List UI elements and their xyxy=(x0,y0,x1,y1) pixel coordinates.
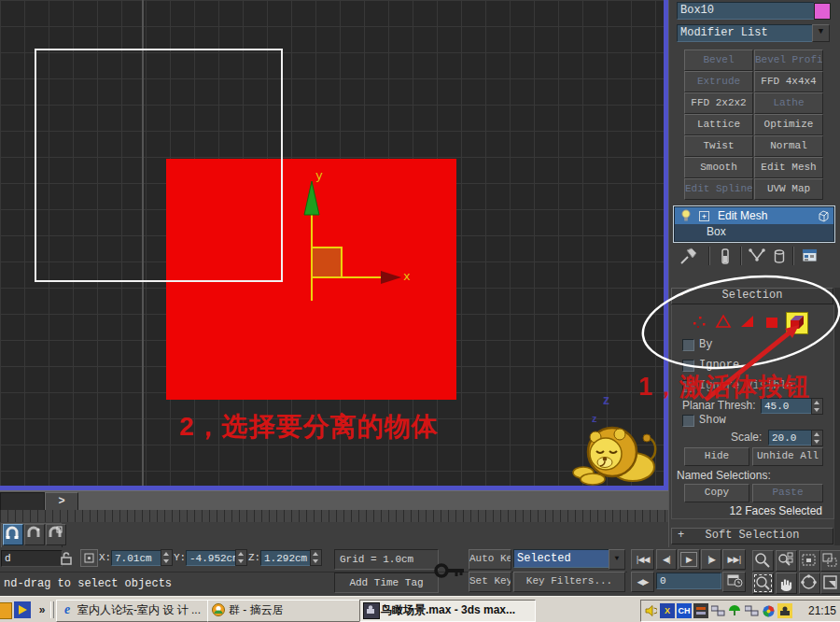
arc-rotate-icon[interactable] xyxy=(799,573,820,594)
modifier-button-lathe[interactable]: Lathe xyxy=(754,92,823,114)
key-filter-dropdown[interactable]: Selected xyxy=(513,549,612,568)
angle-snap-toggle-icon[interactable] xyxy=(24,524,45,545)
open-mini-track-button[interactable]: > xyxy=(45,492,78,512)
maxscript-mini-listener[interactable]: d xyxy=(1,550,63,567)
zoom-icon[interactable] xyxy=(752,550,774,572)
scale-field[interactable]: 20.0 xyxy=(768,430,815,445)
soft-selection-rollout-header[interactable]: + Soft Selection xyxy=(671,528,833,544)
key-filter-arrow-icon[interactable]: ▼ xyxy=(609,549,625,570)
next-frame-button[interactable]: |▶ xyxy=(701,549,721,570)
x-coord-field[interactable]: 7.01cm xyxy=(111,550,163,566)
quicklaunch-icon-1[interactable] xyxy=(0,602,12,619)
percent-snap-toggle-icon[interactable] xyxy=(46,524,66,545)
volume-icon[interactable] xyxy=(643,603,658,618)
modifier-button-edit-spline[interactable]: Edit Spline xyxy=(684,178,753,200)
snap-toggle-row xyxy=(0,522,668,547)
modifier-button-edit-mesh[interactable]: Edit Mesh xyxy=(754,157,823,178)
show-normals-label: Show xyxy=(699,415,726,427)
panel-scrollbar[interactable] xyxy=(834,288,840,545)
face-subobject-icon[interactable] xyxy=(737,312,758,332)
quicklaunch-overflow-chevron[interactable]: » xyxy=(35,601,49,619)
go-to-start-button[interactable]: |◀◀ xyxy=(631,549,654,570)
key-filters-button[interactable]: Key Filters... xyxy=(513,572,625,592)
taskbar-window-qq-group[interactable]: 群 - 摘云居 xyxy=(207,600,379,622)
planar-thresh-spinner[interactable] xyxy=(811,398,823,415)
modifier-button-ffd-2x2x2[interactable]: FFD 2x2x2 xyxy=(684,92,753,114)
by-vertex-checkbox[interactable] xyxy=(682,339,694,351)
pin-stack-icon[interactable] xyxy=(679,247,699,269)
keyboard-shortcut-key-icon[interactable] xyxy=(433,549,467,592)
show-normals-checkbox[interactable] xyxy=(682,415,694,427)
network-icon-1[interactable] xyxy=(710,603,725,618)
z-coord-spinner[interactable] xyxy=(310,549,322,566)
go-to-end-button[interactable]: ▶▶| xyxy=(722,549,746,570)
modifier-button-optimize[interactable]: Optimize xyxy=(754,114,823,135)
auto-key-button[interactable]: Auto Key xyxy=(469,549,511,570)
object-name-field[interactable]: Box10 xyxy=(677,2,815,20)
modifier-button-twist[interactable]: Twist xyxy=(684,135,753,157)
remove-modifier-icon[interactable] xyxy=(772,247,787,269)
media-tray-icon[interactable] xyxy=(761,603,776,618)
edge-subobject-icon[interactable] xyxy=(713,312,734,332)
set-key-button[interactable]: Set Key xyxy=(469,572,511,592)
viewport-top[interactable]: y x 2，选择要分离的物体 z z xyxy=(0,0,665,489)
download-manager-icon[interactable] xyxy=(777,603,792,618)
modifier-button-bevel-profile[interactable]: Bevel Profile xyxy=(754,49,823,71)
modifier-button-normal[interactable]: Normal xyxy=(754,135,823,157)
time-configuration-icon[interactable] xyxy=(722,572,746,592)
modifier-button-lattice[interactable]: Lattice xyxy=(684,114,753,135)
configure-modifier-sets-icon[interactable] xyxy=(802,247,819,267)
copy-button[interactable]: Copy xyxy=(684,484,749,502)
modifier-button-ffd-4x4x4[interactable]: FFD 4x4x4 xyxy=(754,71,823,92)
vertex-subobject-icon[interactable] xyxy=(689,312,709,332)
track-bar[interactable] xyxy=(0,510,668,523)
stack-row-box[interactable]: Box xyxy=(675,224,833,240)
modifier-list-arrow-icon[interactable]: ▼ xyxy=(812,24,830,42)
paste-button[interactable]: Paste xyxy=(752,484,823,502)
z-coord-field[interactable]: 1.292cm xyxy=(260,550,313,566)
taskbar-window-forum[interactable]: e 室内人论坛-室内 设 计 ... xyxy=(56,600,230,622)
input-method-indicator[interactable]: CH xyxy=(677,603,692,618)
min-max-toggle-icon[interactable] xyxy=(820,573,840,594)
modifier-button-uvw-map[interactable]: UVW Map xyxy=(754,178,823,200)
network-icon-2[interactable] xyxy=(744,603,759,618)
unhide-all-button[interactable]: Unhide All xyxy=(752,447,823,466)
display-utility-icon[interactable] xyxy=(693,603,708,618)
taskbar-clock: 21:15 xyxy=(808,603,836,618)
current-frame-field[interactable]: 0 xyxy=(656,573,721,589)
pan-hand-icon[interactable] xyxy=(776,573,797,594)
zoom-extents-icon[interactable] xyxy=(799,550,820,572)
element-subobject-icon[interactable] xyxy=(786,312,808,334)
previous-frame-button[interactable]: ◀| xyxy=(656,549,677,570)
y-coord-field[interactable]: -4.952cm xyxy=(186,550,238,566)
taskbar-window-3dsmax[interactable]: 鸟瞰场景.max - 3ds max... xyxy=(359,600,536,622)
key-mode-toggle[interactable]: ◀▶ xyxy=(631,572,654,592)
zoom-all-icon[interactable] xyxy=(776,550,797,572)
modifier-button-extrude[interactable]: Extrude xyxy=(684,71,753,92)
modifier-button-bevel[interactable]: Bevel xyxy=(684,49,753,71)
modifier-list-dropdown[interactable]: Modifier List xyxy=(677,24,817,42)
absolute-offset-mode-icon[interactable] xyxy=(80,549,98,567)
stack-row-edit-mesh[interactable]: + Edit Mesh xyxy=(675,207,833,224)
selection-rollout-header[interactable]: - Selection xyxy=(671,288,833,304)
snap-toggle-3d-icon[interactable] xyxy=(3,524,23,545)
object-color-swatch[interactable] xyxy=(814,3,831,20)
add-time-tag[interactable]: Add Time Tag xyxy=(334,573,439,593)
play-button[interactable]: ▶ xyxy=(678,549,700,570)
xear3d-icon[interactable]: X xyxy=(660,603,675,618)
y-coord-spinner[interactable] xyxy=(235,549,247,566)
scale-spinner[interactable] xyxy=(811,430,823,446)
modifier-button-smooth[interactable]: Smooth xyxy=(684,157,753,178)
zoom-extents-all-icon[interactable] xyxy=(820,550,840,572)
antivirus-umbrella-icon[interactable] xyxy=(727,603,742,618)
make-unique-icon[interactable] xyxy=(748,247,766,269)
hide-button[interactable]: Hide xyxy=(684,447,749,466)
time-slider[interactable]: > xyxy=(0,490,668,511)
selection-lock-icon[interactable] xyxy=(60,550,73,571)
show-end-result-icon[interactable] xyxy=(718,247,733,269)
expand-plus-icon[interactable]: + xyxy=(699,211,709,221)
region-zoom-icon[interactable] xyxy=(752,573,774,594)
media-player-quicklaunch-icon[interactable] xyxy=(14,601,31,618)
x-coord-spinner[interactable] xyxy=(161,549,173,566)
polygon-subobject-icon[interactable] xyxy=(762,312,782,332)
